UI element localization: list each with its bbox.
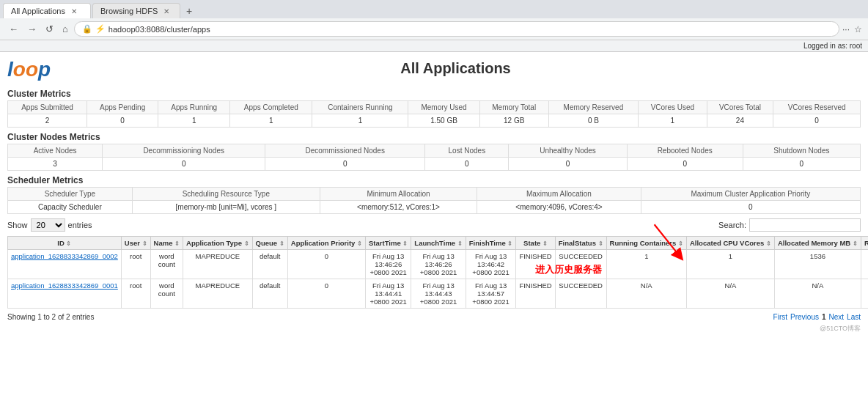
th-alloc-cpu[interactable]: Allocated CPU VCores ⇕ — [686, 237, 774, 250]
cell-launch-time: Fri Aug 13 13:44:43 +0800 2021 — [411, 279, 466, 309]
controls-bar: Show 20 50 100 entries Search: — [7, 218, 861, 232]
cell-id: application_1628833342869_0001 — [8, 279, 122, 309]
col-vcores-total: VCores Total — [707, 101, 773, 114]
val-scheduling-resource-type: [memory-mb [unit=Mi], vcores ] — [132, 201, 320, 214]
sort-icon: ⇕ — [357, 240, 362, 247]
th-app-type[interactable]: Application Type ⇕ — [183, 237, 252, 250]
url-text: hadoop03:8088/cluster/apps — [108, 25, 831, 34]
cell-name: word count — [150, 279, 183, 309]
cell-alloc-memory: N/A — [774, 279, 861, 309]
th-priority[interactable]: Application Priority ⇕ — [287, 237, 365, 250]
val-memory-reserved: 0 B — [548, 114, 638, 128]
th-start-time[interactable]: StartTime ⇕ — [366, 237, 411, 250]
nav-bar: ← → ↺ ⌂ 🔒 ⚡ hadoop03:8088/cluster/apps ·… — [0, 18, 868, 40]
val-unhealthy-nodes: 0 — [509, 158, 627, 171]
table-row: application_1628833342869_0002 root word… — [8, 250, 869, 279]
val-apps-completed: 1 — [230, 114, 312, 128]
sort-icon: ⇕ — [142, 240, 147, 247]
th-finish-time[interactable]: FinishTime ⇕ — [466, 237, 516, 250]
col-max-cluster-priority: Maximum Cluster Application Priority — [641, 188, 860, 201]
col-lost-nodes: Lost Nodes — [425, 144, 509, 158]
pagination-previous[interactable]: Previous — [790, 313, 819, 321]
th-alloc-memory[interactable]: Allocated Memory MB ⇕ — [774, 237, 861, 250]
app-id-link[interactable]: application_1628833342869_0002 — [11, 252, 118, 260]
sort-icon: ⇕ — [402, 240, 408, 247]
cell-reserved-cpu: 0 — [861, 250, 868, 279]
forward-button[interactable]: → — [24, 22, 40, 36]
pagination-last[interactable]: Last — [847, 313, 861, 321]
cell-running-containers: N/A — [606, 279, 686, 309]
cell-start-time: Fri Aug 13 13:46:26 +0800 2021 — [366, 250, 411, 279]
show-entries: Show 20 50 100 entries — [7, 218, 92, 232]
annotation-container: 进入历史服务器 ID ⇕ User ⇕ Name ⇕ Application T… — [7, 236, 861, 309]
th-reserved-cpu[interactable]: Reserved CPU VCores ⇕ — [861, 237, 868, 250]
cell-running-containers: 1 — [606, 250, 686, 279]
cell-finish-time: Fri Aug 13 13:46:42 +0800 2021 — [466, 250, 516, 279]
nav-right-icons: ··· ☆ — [842, 24, 862, 34]
sort-icon: ⇕ — [598, 240, 603, 247]
cell-final-status: SUCCEEDED — [555, 279, 606, 309]
tab-browsing-hdfs[interactable]: Browsing HDFS ✕ — [92, 3, 180, 18]
scheduler-metrics-title: Scheduler Metrics — [7, 175, 861, 185]
val-apps-running: 1 — [158, 114, 230, 128]
val-shutdown-nodes: 0 — [743, 158, 860, 171]
th-state[interactable]: State ⇕ — [516, 237, 555, 250]
val-vcores-used: 1 — [639, 114, 707, 128]
th-id[interactable]: ID ⇕ — [8, 237, 122, 250]
app-id-link[interactable]: application_1628833342869_0001 — [11, 281, 118, 290]
tab-close-button[interactable]: ✕ — [71, 7, 77, 15]
val-rebooted-nodes: 0 — [627, 158, 743, 171]
pagination-first[interactable]: First — [773, 313, 787, 321]
new-tab-button[interactable]: + — [182, 4, 196, 18]
val-max-cluster-priority: 0 — [641, 201, 860, 214]
cell-user: root — [121, 279, 150, 309]
cell-reserved-cpu: N/A — [861, 279, 868, 309]
sort-icon: ⇕ — [174, 240, 180, 247]
col-min-allocation: Minimum Allocation — [320, 188, 477, 201]
cell-user: root — [121, 250, 150, 279]
val-memory-used: 1.50 GB — [408, 114, 479, 128]
tab-all-applications[interactable]: All Applications ✕ — [3, 3, 91, 18]
val-vcores-total: 24 — [707, 114, 773, 128]
sort-icon: ⇕ — [457, 240, 463, 247]
th-running-containers[interactable]: Running Containers ⇕ — [606, 237, 686, 250]
th-user[interactable]: User ⇕ — [121, 237, 150, 250]
cell-alloc-cpu: N/A — [686, 279, 774, 309]
col-memory-total: Memory Total — [479, 101, 548, 114]
cell-final-status: SUCCEEDED — [555, 250, 606, 279]
val-containers-running: 1 — [312, 114, 408, 128]
pagination-links: First Previous 1 Next Last — [773, 313, 861, 321]
col-active-nodes: Active Nodes — [8, 144, 103, 158]
val-apps-submitted: 2 — [8, 114, 87, 128]
tab-close-button[interactable]: ✕ — [163, 7, 169, 15]
cell-finish-time: Fri Aug 13 13:44:57 +0800 2021 — [466, 279, 516, 309]
url-bar[interactable]: 🔒 ⚡ hadoop03:8088/cluster/apps — [74, 21, 839, 37]
col-shutdown-nodes: Shutdown Nodes — [743, 144, 860, 158]
show-label: Show — [7, 221, 28, 229]
cell-start-time: Fri Aug 13 13:44:41 +0800 2021 — [366, 279, 411, 309]
sort-icon: ⇕ — [66, 240, 71, 247]
scheduler-metrics-table: Scheduler Type Scheduling Resource Type … — [7, 187, 861, 214]
sort-icon: ⇕ — [766, 240, 771, 247]
home-button[interactable]: ⌂ — [59, 22, 71, 36]
th-name[interactable]: Name ⇕ — [150, 237, 183, 250]
col-apps-submitted: Apps Submitted — [8, 101, 87, 114]
sort-icon: ⇕ — [853, 240, 858, 247]
search-input[interactable] — [749, 218, 861, 232]
th-final-status[interactable]: FinalStatus ⇕ — [555, 237, 606, 250]
th-queue[interactable]: Queue ⇕ — [252, 237, 287, 250]
refresh-button[interactable]: ↺ — [43, 22, 56, 36]
cluster-nodes-title: Cluster Nodes Metrics — [7, 132, 861, 142]
tab-bar: All Applications ✕ Browsing HDFS ✕ + — [0, 0, 868, 18]
cell-state: FINISHED — [516, 279, 555, 309]
back-button[interactable]: ← — [6, 22, 21, 36]
val-scheduler-type: Capacity Scheduler — [8, 201, 133, 214]
th-launch-time[interactable]: LaunchTime ⇕ — [411, 237, 466, 250]
col-decommissioning-nodes: Decommissioning Nodes — [103, 144, 265, 158]
browser-chrome: All Applications ✕ Browsing HDFS ✕ + ← →… — [0, 0, 868, 52]
entries-select[interactable]: 20 50 100 — [31, 218, 65, 232]
pagination-next[interactable]: Next — [829, 313, 845, 321]
val-active-nodes: 3 — [8, 158, 103, 171]
page-title: All Applications — [51, 60, 861, 77]
col-memory-used: Memory Used — [408, 101, 479, 114]
